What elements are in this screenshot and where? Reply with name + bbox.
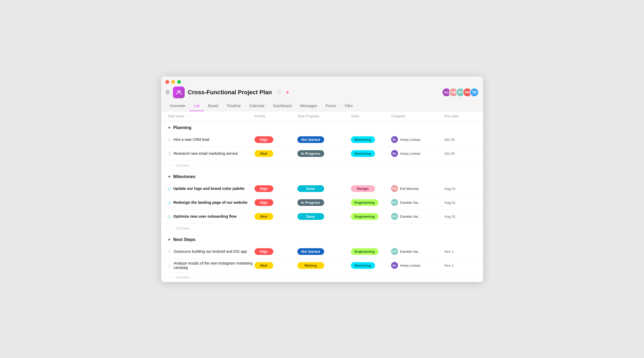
assignee-name: Daniela Var... [400, 250, 421, 254]
task-name-cell: ⊙ Research new email marketing service [168, 151, 255, 156]
team-cell: Marketing [351, 150, 391, 157]
section-header[interactable]: ▼ Milestones [161, 170, 483, 182]
priority-cell: Med [255, 213, 297, 220]
task-name-text: Update our logo and brand color palette [173, 186, 245, 191]
priority-cell: High [255, 248, 297, 255]
nav-tab-calendar[interactable]: Calendar [245, 101, 269, 111]
assignee-avatar: AL [391, 262, 398, 269]
section-header[interactable]: ▼ Planning [161, 121, 483, 133]
task-check-icon: ⊙ [168, 137, 171, 142]
task-name-cell: ⊙ Hire a new CRM lead [168, 137, 255, 142]
priority-badge: Med [255, 150, 273, 157]
team-cell: Design [351, 185, 391, 192]
priority-badge: Med [255, 262, 273, 269]
due-date: Aug 31 [445, 201, 477, 205]
progress-cell: In Progress [297, 199, 351, 206]
info-icon[interactable]: ⓘ [277, 89, 281, 95]
task-name-cell: ◇ Redesign the landing page of our websi… [168, 200, 255, 205]
task-name-text: Outsource building our Android and iOS a… [174, 249, 247, 254]
due-date: Nov 1 [445, 263, 477, 267]
priority-badge: High [255, 248, 273, 255]
svg-point-1 [179, 91, 181, 92]
progress-cell: Done [297, 213, 351, 220]
due-date: Oct 25 [445, 152, 477, 156]
maximize-button[interactable] [177, 80, 181, 84]
nav-tab-list[interactable]: List [190, 101, 204, 111]
priority-badge: Med [255, 213, 273, 220]
header-row: ☰ Cross-Functional Project Plan ⓘ ★ ALKM… [165, 86, 479, 101]
chevron-down-icon[interactable]: ⌄ [186, 114, 188, 118]
task-milestone-icon: ◇ [168, 186, 171, 191]
nav-tab-files[interactable]: Files [340, 101, 357, 111]
task-milestone-icon: ◇ [168, 214, 171, 219]
task-milestone-icon: ◇ [168, 200, 171, 205]
assignee-cell: DV Daniela Var... [391, 199, 445, 206]
assignee-avatar: AL [391, 136, 398, 143]
progress-badge: Done [297, 213, 324, 220]
task-row[interactable]: ◇ Update our logo and brand color palett… [161, 182, 483, 196]
assignee-avatar: AL [391, 150, 398, 157]
task-row[interactable]: ⊙ Research new email marketing service M… [161, 147, 483, 161]
due-date: Nov 1 [445, 250, 477, 254]
team-badge: Marketing [351, 136, 375, 143]
team-cell: Marketing [351, 136, 391, 143]
section-arrow-icon: ▼ [168, 175, 171, 179]
task-row[interactable]: ◇ Redesign the landing page of our websi… [161, 196, 483, 210]
star-icon[interactable]: ★ [285, 89, 290, 95]
progress-cell: Done [297, 185, 351, 192]
add-task-button[interactable]: Add task... [161, 273, 483, 282]
col-task-name: Task name ⌄ [168, 114, 255, 118]
nav-tabs: OverviewListBoardTimelineCalendarDashboa… [165, 101, 479, 111]
progress-badge: Not Started [297, 136, 324, 143]
task-row[interactable]: ⊙ Hire a new CRM lead High Not Started M… [161, 133, 483, 147]
task-row[interactable]: ◇ Optimize new user onboarding flow Med … [161, 210, 483, 224]
nav-tab-dashboard[interactable]: Dashboard [269, 101, 296, 111]
assignee-name: Daniela Var... [400, 214, 421, 218]
assignee-name: Kat Mooney [400, 187, 419, 191]
hamburger-icon[interactable]: ☰ [165, 89, 170, 95]
table-header: Task name ⌄ Priority Task Progress Team … [161, 111, 483, 121]
section-header[interactable]: ▼ Next Steps [161, 233, 483, 245]
nav-tab-messages[interactable]: Messages [296, 101, 321, 111]
col-assignee: Assignee [391, 114, 445, 118]
assignee-avatar: DV [391, 248, 398, 255]
nav-tab-board[interactable]: Board [204, 101, 222, 111]
team-cell: Engineering [351, 248, 391, 255]
team-badge: Design [351, 185, 375, 192]
team-cell: Engineering [351, 199, 391, 206]
col-team: Team [351, 114, 391, 118]
assignee-cell: AL Avery Lomax [391, 262, 445, 269]
col-priority: Priority [255, 114, 297, 118]
team-cell: Marketing [351, 262, 391, 269]
add-task-button[interactable]: Add task... [161, 161, 483, 170]
team-cell: Engineering [351, 213, 391, 220]
priority-badge: High [255, 185, 273, 192]
team-badge: Marketing [351, 150, 375, 157]
team-badge: Engineering [351, 248, 378, 255]
nav-tab-forms[interactable]: Forms [321, 101, 341, 111]
task-row[interactable]: ⊙ Outsource building our Android and iOS… [161, 245, 483, 259]
team-badge: Marketing [351, 262, 375, 269]
title-bar: ☰ Cross-Functional Project Plan ⓘ ★ ALKM… [161, 76, 483, 111]
add-task-button[interactable]: Add task... [161, 224, 483, 233]
close-button[interactable] [165, 80, 169, 84]
task-name-cell: ◇ Update our logo and brand color palett… [168, 186, 255, 191]
task-row[interactable]: ⊙ Analyze results of the new Instagram m… [161, 259, 483, 273]
team-badge: Engineering [351, 213, 378, 220]
col-due-date: Due date [445, 114, 477, 118]
app-icon [173, 86, 185, 98]
section-planning: ▼ Planning ⊙ Hire a new CRM lead High No… [161, 121, 483, 170]
priority-badge: High [255, 136, 273, 143]
task-name-text: Research new email marketing service [174, 151, 238, 156]
nav-tab-timeline[interactable]: Timeline [222, 101, 245, 111]
minimize-button[interactable] [171, 80, 175, 84]
task-name-text: Redesign the landing page of our website [173, 200, 248, 205]
assignee-cell: KM Kat Mooney [391, 185, 445, 192]
progress-cell: Waiting [297, 262, 351, 269]
section-arrow-icon: ▼ [168, 238, 171, 242]
due-date: Oct 25 [445, 138, 477, 142]
assignee-avatar: DV [391, 213, 398, 220]
nav-tab-overview[interactable]: Overview [165, 101, 190, 111]
assignee-avatar: KM [391, 185, 398, 192]
priority-cell: Med [255, 150, 297, 157]
